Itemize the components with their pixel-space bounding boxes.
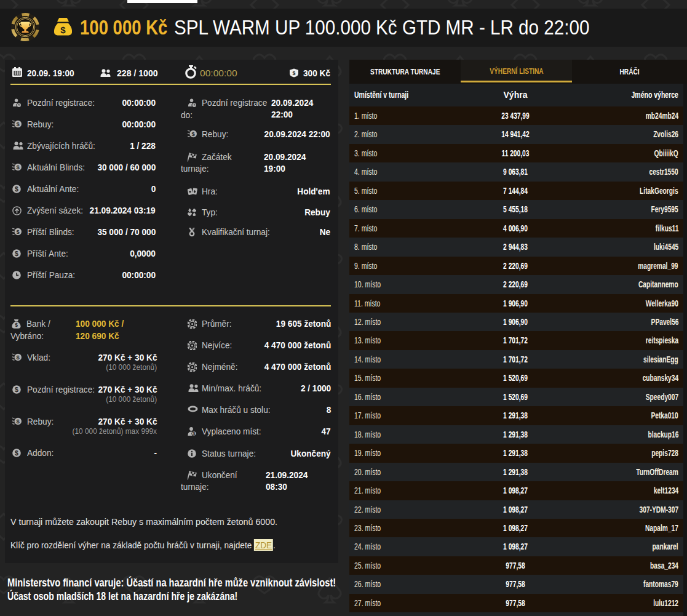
- svg-text:$: $: [15, 250, 18, 257]
- svg-text:$: $: [293, 70, 296, 76]
- svg-text:$: $: [15, 386, 18, 393]
- svg-text:$: $: [193, 431, 196, 436]
- svg-text:$: $: [192, 130, 196, 137]
- svg-text:$: $: [17, 164, 20, 170]
- svg-text:$: $: [15, 185, 18, 193]
- svg-text:$: $: [15, 449, 18, 457]
- svg-text:$: $: [17, 121, 20, 127]
- svg-text:$: $: [17, 228, 20, 235]
- svg-text:$: $: [15, 322, 18, 328]
- svg-text:$: $: [17, 418, 20, 425]
- svg-text:$: $: [60, 25, 66, 35]
- svg-text:$: $: [17, 354, 20, 361]
